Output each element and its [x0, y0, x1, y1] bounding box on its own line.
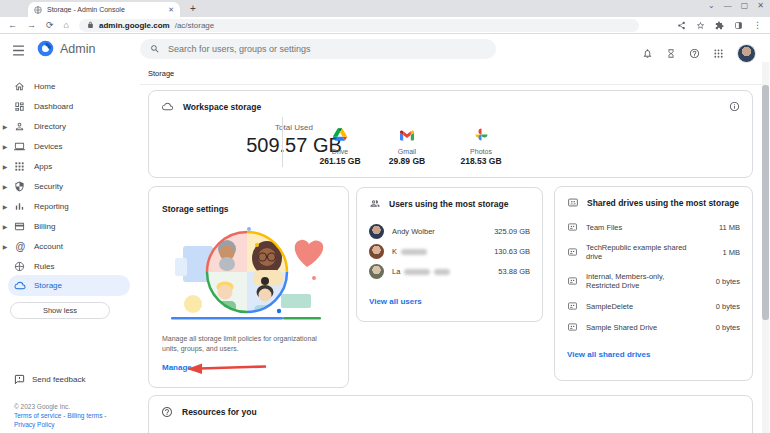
shared-drive-value: 0 bytes: [716, 302, 740, 311]
user-row[interactable]: K 130.63 GB: [357, 241, 542, 261]
account-avatar[interactable]: [737, 44, 756, 63]
cloud-icon: [161, 101, 174, 112]
shared-drive-value: 0 bytes: [716, 323, 740, 332]
account-at-icon: @: [14, 241, 27, 252]
photos-icon: [475, 128, 488, 141]
security-shield-icon: [14, 181, 27, 192]
breadcrumb-row: [140, 62, 762, 85]
browser-menu-icon[interactable]: ⋮: [753, 20, 762, 30]
browser-tab[interactable]: Storage - Admin Console ✕: [28, 2, 180, 17]
bookmark-star-icon[interactable]: [696, 21, 705, 30]
forward-icon[interactable]: →: [27, 21, 36, 30]
sidebar-item-apps[interactable]: ▶ Apps: [0, 156, 138, 176]
expand-arrow-icon[interactable]: ▶: [0, 143, 10, 150]
sidebar-item-account[interactable]: ▶ @ Account: [0, 236, 138, 256]
share-icon[interactable]: [677, 21, 686, 30]
expand-arrow-icon[interactable]: ▶: [0, 243, 10, 250]
sidebar-item-rules[interactable]: Rules: [0, 256, 138, 276]
expand-arrow-icon[interactable]: ▶: [0, 123, 10, 130]
user-row[interactable]: Andy Wolber 325.09 GB: [357, 221, 542, 241]
view-all-shared-drives-link[interactable]: View all shared drives: [555, 350, 752, 359]
expand-arrow-icon[interactable]: ▶: [0, 163, 10, 170]
tab-close-icon[interactable]: ✕: [168, 6, 174, 14]
minimize-icon[interactable]: —: [724, 1, 732, 10]
extensions-icon[interactable]: [715, 21, 724, 30]
shared-drive-row[interactable]: SampleDelete 0 bytes: [555, 297, 752, 315]
devices-icon: [14, 141, 27, 152]
sidebar-label: Rules: [34, 262, 54, 271]
expand-arrow-icon[interactable]: ▶: [0, 223, 10, 230]
shared-drive-row-icon: [567, 301, 578, 311]
show-less-button[interactable]: Show less: [10, 302, 110, 319]
billing-card-icon: [14, 221, 27, 232]
top-shared-drives-title: Shared drives using the most storage: [587, 198, 739, 208]
search-bar[interactable]: [140, 39, 496, 59]
storage-illustration: [161, 220, 337, 328]
privacy-policy-link[interactable]: Privacy Policy: [14, 421, 54, 428]
sidebar-label: Reporting: [34, 202, 69, 211]
billing-terms-link[interactable]: Billing terms: [67, 412, 102, 419]
scheduled-tasks-hourglass-icon[interactable]: [666, 48, 676, 59]
header-icons: [642, 44, 756, 63]
terms-link[interactable]: Terms of service: [14, 412, 61, 419]
hamburger-menu-icon[interactable]: [12, 42, 25, 60]
window-close-icon[interactable]: ✕: [757, 1, 764, 10]
favicon-globe-icon: [34, 6, 42, 14]
drive-usage-block: Drive 261.15 GB: [308, 127, 372, 166]
user-row[interactable]: La 53.88 GB: [357, 261, 542, 281]
url-bar[interactable]: admin.google.com/ac/storage: [79, 19, 639, 32]
home-icon[interactable]: ⌂: [64, 21, 69, 30]
search-input[interactable]: [168, 44, 468, 54]
shared-drive-icon: [567, 197, 579, 208]
privacy-link-row: Privacy Policy: [14, 420, 54, 429]
sidebar-item-billing[interactable]: ▶ Billing: [0, 216, 138, 236]
help-icon[interactable]: [689, 48, 700, 59]
user-name: K: [392, 247, 427, 256]
expand-arrow-icon[interactable]: ▶: [0, 183, 10, 190]
send-feedback-button[interactable]: Send feedback: [14, 374, 85, 385]
new-tab-button[interactable]: +: [190, 3, 196, 14]
sidebar-item-directory[interactable]: ▶ Directory: [0, 116, 138, 136]
scrollbar-thumb[interactable]: [762, 85, 769, 320]
send-feedback-label: Send feedback: [32, 375, 85, 384]
shared-drive-row[interactable]: Team Files 11 MB: [555, 218, 752, 236]
view-all-users-link[interactable]: View all users: [357, 297, 542, 306]
gmail-icon: [400, 130, 414, 141]
sidebar-item-security[interactable]: ▶ Security: [0, 176, 138, 196]
gmail-usage-block: Gmail 29.89 GB: [376, 127, 438, 166]
notifications-bell-icon[interactable]: [642, 48, 653, 59]
show-less-label: Show less: [43, 306, 77, 315]
sidebar-item-dashboard[interactable]: Dashboard: [0, 96, 138, 116]
expand-arrow-icon[interactable]: ▶: [0, 203, 10, 210]
drive-label: Drive: [308, 148, 372, 155]
back-icon[interactable]: ←: [8, 21, 17, 30]
shared-drive-name: Sample Shared Drive: [586, 323, 657, 332]
sidebar-label: Apps: [34, 162, 52, 171]
redacted-text: [404, 269, 430, 275]
shared-drive-row[interactable]: TechRepublic example shared drive 1 MB: [555, 239, 752, 265]
reload-icon[interactable]: ⟳: [46, 21, 54, 30]
drive-value: 261.15 GB: [308, 156, 372, 166]
tab-search-icon[interactable]: ⌄: [708, 1, 715, 10]
sidebar-item-home[interactable]: Home: [0, 76, 138, 96]
shared-drive-row[interactable]: Sample Shared Drive 0 bytes: [555, 318, 752, 336]
maximize-icon[interactable]: ▢: [741, 1, 749, 10]
photos-label: Photos: [446, 148, 516, 155]
shared-drive-value: 1 MB: [722, 248, 740, 257]
apps-grid-icon[interactable]: [713, 48, 724, 59]
sidebar-item-reporting[interactable]: ▶ Reporting: [0, 196, 138, 216]
profile-frame-icon[interactable]: [734, 21, 743, 30]
shared-drive-name: SampleDelete: [586, 302, 633, 311]
user-avatar: [369, 244, 384, 259]
sidebar-item-storage[interactable]: Storage: [0, 275, 138, 295]
shared-drive-row-icon: [567, 276, 578, 286]
shared-drive-name: TechRepublic example shared drive: [586, 243, 694, 262]
dashboard-icon: [14, 101, 27, 112]
user-avatar: [369, 224, 384, 239]
shared-drive-value: 11 MB: [719, 223, 740, 232]
sidebar-item-devices[interactable]: ▶ Devices: [0, 136, 138, 156]
shared-drive-row[interactable]: Internal, Members-only, Restricted Drive…: [555, 268, 752, 294]
info-icon[interactable]: [729, 101, 740, 112]
footer-copyright: © 2023 Google Inc.: [14, 402, 70, 411]
divider: [282, 117, 283, 167]
